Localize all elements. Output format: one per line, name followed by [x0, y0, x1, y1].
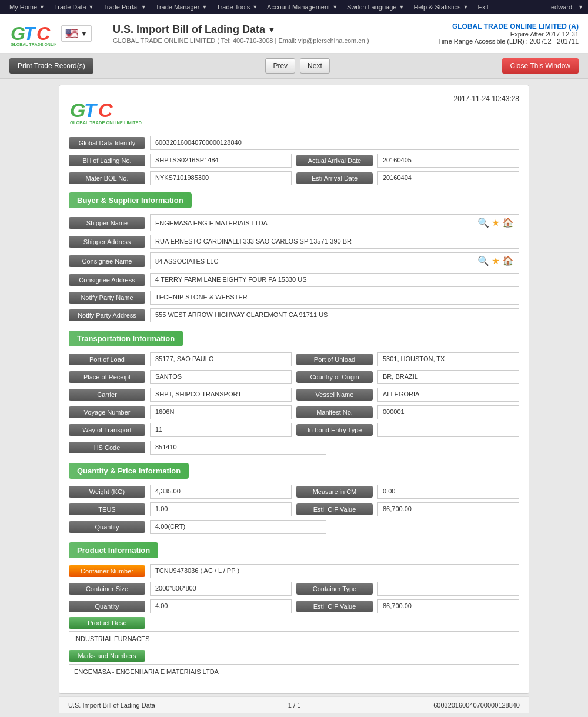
- top-toolbar: Print Trade Record(s) Prev Next Close Th…: [0, 54, 588, 79]
- bol-arrival-row: Bill of Lading No. SHPTSS0216SP1484 Actu…: [69, 154, 519, 168]
- ldr-range: Time Range Accessible (LDR) : 200712 - 2…: [438, 38, 579, 45]
- svg-text:C: C: [98, 99, 113, 121]
- mater-bol-label: Mater BOL No.: [69, 172, 145, 184]
- measure-cm-label: Measure in CM: [296, 486, 373, 498]
- esti-arrival-label: Esti Arrival Date: [296, 172, 373, 184]
- measure-cm-value: 0.00: [377, 485, 519, 499]
- notify-party-name-value: TECHNIP STONE & WEBSTER: [150, 291, 519, 305]
- home-icon[interactable]: 🏠: [502, 255, 514, 266]
- svg-text:GLOBAL TRADE ONLINE LIMITED: GLOBAL TRADE ONLINE LIMITED: [11, 42, 56, 46]
- record-card: G T C GLOBAL TRADE ONLINE LIMITED 2017-1…: [59, 85, 529, 694]
- teus-label: TEUS: [69, 503, 145, 515]
- us-flag-icon: 🇺🇸: [65, 27, 78, 40]
- nav-switch-language[interactable]: Switch Language ▼: [342, 0, 409, 14]
- product-info-header: Product Information: [69, 542, 158, 558]
- esti-cif-label: Esti. CIF Value: [296, 503, 373, 515]
- esti-arrival-value: 20160404: [377, 171, 519, 185]
- footer-center: 1 / 1: [288, 702, 300, 709]
- transportation-section: Transportation Information Port of Load …: [69, 327, 519, 455]
- print-button[interactable]: Print Trade Record(s): [9, 58, 93, 74]
- shipper-address-value: RUA ERNESTO CARDINALLI 333 SAO CARLOS SP…: [150, 235, 519, 249]
- manifest-no-value: 000001: [377, 405, 519, 419]
- consignee-address-value: 4 TERRY FARM LANE EIGHTY FOUR PA 15330 U…: [150, 273, 519, 287]
- prev-button[interactable]: Prev: [265, 58, 295, 74]
- chevron-down-icon: ▼: [268, 25, 276, 34]
- container-number-label: Container Number: [69, 565, 145, 577]
- transport-inbond-row: Way of Transport 11 In-bond Entry Type: [69, 423, 519, 437]
- chevron-down-icon: ▼: [89, 4, 94, 10]
- nav-help-statistics[interactable]: Help & Statistics ▼: [409, 0, 473, 14]
- nav-exit[interactable]: Exit: [473, 0, 493, 14]
- chevron-down-icon: ▼: [332, 4, 338, 10]
- shipper-address-row: Shipper Address RUA ERNESTO CARDINALLI 3…: [69, 235, 519, 249]
- main-content: G T C GLOBAL TRADE ONLINE LIMITED 2017-1…: [0, 79, 588, 717]
- footer-left: U.S. Import Bill of Lading Data: [68, 702, 155, 709]
- chevron-down-icon: ▼: [141, 4, 146, 10]
- bol-col: Bill of Lading No. SHPTSS0216SP1484: [69, 154, 292, 168]
- shipper-name-value: ENGEMASA ENG E MATERIAIS LTDA 🔍 ★ 🏠: [150, 214, 519, 231]
- port-of-load-value: 35177, SAO PAULO: [150, 352, 292, 366]
- consignee-address-row: Consignee Address 4 TERRY FARM LANE EIGH…: [69, 273, 519, 287]
- logo-area: G T C GLOBAL TRADE ONLINE LIMITED 🇺🇸 ▼: [9, 19, 103, 48]
- way-of-transport-value: 11: [150, 423, 292, 437]
- quantity-price-section: Quantity & Price Information Weight (KG)…: [69, 459, 519, 534]
- notify-party-name-row: Notify Party Name TECHNIP STONE & WEBSTE…: [69, 291, 519, 305]
- svg-text:G: G: [70, 99, 85, 121]
- country-of-origin-label: Country of Origin: [296, 371, 373, 383]
- record-date: 2017-11-24 10:43:28: [454, 95, 519, 103]
- record-logo: G T C GLOBAL TRADE ONLINE LIMITED: [69, 95, 145, 129]
- product-desc-label: Product Desc: [69, 617, 145, 629]
- nav-trade-tools[interactable]: Trade Tools ▼: [212, 0, 262, 14]
- product-desc-row: Product Desc: [69, 617, 519, 629]
- product-qty-cif-row: Quantity 4.00 Esti. CIF Value 86,700.00: [69, 599, 519, 613]
- chevron-down-icon: ▼: [39, 4, 45, 10]
- product-quantity-value: 4.00: [150, 599, 292, 613]
- shipper-address-label: Shipper Address: [69, 236, 145, 248]
- container-size-value: 2000*806*800: [150, 582, 292, 596]
- next-button[interactable]: Next: [300, 58, 330, 74]
- product-esti-cif-value: 86,700.00: [377, 599, 519, 613]
- star-icon[interactable]: ★: [492, 217, 500, 228]
- chevron-down-icon: ▼: [578, 4, 583, 10]
- nav-trade-manager[interactable]: Trade Manager ▼: [151, 0, 212, 14]
- shipper-name-row: Shipper Name ENGEMASA ENG E MATERIAIS LT…: [69, 214, 519, 231]
- nav-my-home[interactable]: My Home ▼: [5, 0, 49, 14]
- vessel-name-label: Vessel Name: [296, 389, 373, 401]
- home-icon[interactable]: 🏠: [502, 217, 514, 228]
- actual-arrival-value: 20160405: [377, 154, 519, 168]
- global-data-identity-row: Global Data Identity 6003201600407000001…: [69, 136, 519, 150]
- quantity-row: Quantity 4.00(CRT): [69, 520, 519, 534]
- consignee-address-label: Consignee Address: [69, 274, 145, 286]
- quantity-label: Quantity: [69, 521, 145, 533]
- close-window-button[interactable]: Close This Window: [502, 58, 579, 74]
- nav-trade-data[interactable]: Trade Data ▼: [49, 0, 99, 14]
- vessel-name-value: ALLEGORIA: [377, 388, 519, 402]
- expire-date: Expire After 2017-12-31: [438, 31, 579, 38]
- user-name: edward: [546, 4, 577, 11]
- record-footer: U.S. Import Bill of Lading Data 1 / 1 60…: [59, 696, 529, 713]
- nav-trade-portal[interactable]: Trade Portal ▼: [99, 0, 151, 14]
- search-icon[interactable]: 🔍: [477, 255, 489, 266]
- language-flag[interactable]: 🇺🇸 ▼: [61, 25, 92, 42]
- container-number-row: Container Number TCNU9473036 ( AC / L / …: [69, 564, 519, 578]
- marks-value: ENGEMASA - ENGENHARIA E MATERIAIS LTDA: [69, 664, 519, 679]
- hs-code-value: 851410: [150, 441, 326, 455]
- svg-text:GLOBAL TRADE ONLINE LIMITED: GLOBAL TRADE ONLINE LIMITED: [70, 120, 142, 125]
- global-data-identity-label: Global Data Identity: [69, 137, 145, 149]
- header-subtitle: GLOBAL TRADE ONLINE LIMITED ( Tel: 400-7…: [113, 37, 438, 44]
- country-of-origin-value: BR, BRAZIL: [377, 370, 519, 384]
- header-title-area: U.S. Import Bill of Lading Data ▼ GLOBAL…: [103, 24, 438, 44]
- search-icon[interactable]: 🔍: [477, 217, 489, 228]
- chevron-down-icon: ▼: [399, 4, 404, 10]
- record-header: G T C GLOBAL TRADE ONLINE LIMITED 2017-1…: [69, 95, 519, 129]
- svg-text:T: T: [84, 99, 98, 121]
- product-quantity-label: Quantity: [69, 601, 145, 612]
- transportation-header: Transportation Information: [69, 331, 183, 346]
- place-of-receipt-value: SANTOS: [150, 370, 292, 384]
- nav-account-management[interactable]: Account Management ▼: [262, 0, 342, 14]
- chevron-down-icon: ▼: [81, 29, 88, 38]
- star-icon[interactable]: ★: [492, 255, 500, 266]
- port-of-load-label: Port of Load: [69, 354, 145, 365]
- product-desc-value: INDUSTRIAL FURNACES: [69, 631, 519, 646]
- chevron-down-icon: ▼: [463, 4, 468, 10]
